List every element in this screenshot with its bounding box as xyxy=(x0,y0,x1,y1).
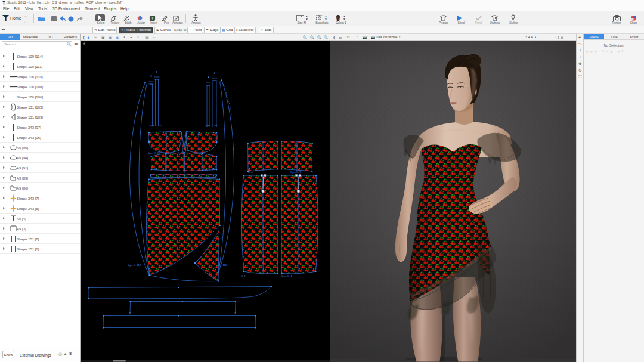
svg-text:Sym X: 96: Sym X: 96 xyxy=(203,168,215,171)
svg-text:X: 112: X: 112 xyxy=(219,264,227,267)
svg-text:Sym X: 3: Sym X: 3 xyxy=(290,171,301,174)
svg-text:✱: ✱ xyxy=(83,42,86,45)
svg-text:Sym X: 99: Sym X: 99 xyxy=(205,124,218,127)
svg-text:Sym X: 107: Sym X: 107 xyxy=(149,124,163,127)
svg-text:X: 4: X: 4 xyxy=(248,171,253,174)
svg-text:X: 98: X: 98 xyxy=(151,168,157,171)
svg-text:Sym X: 95: Sym X: 95 xyxy=(148,151,160,154)
svg-text:Sym X: 1: Sym X: 1 xyxy=(281,274,292,277)
svg-text:Sym X: 117: Sym X: 117 xyxy=(128,264,141,267)
svg-text:X: 95: X: 95 xyxy=(178,151,184,154)
svg-text:X: 2: X: 2 xyxy=(241,274,246,277)
